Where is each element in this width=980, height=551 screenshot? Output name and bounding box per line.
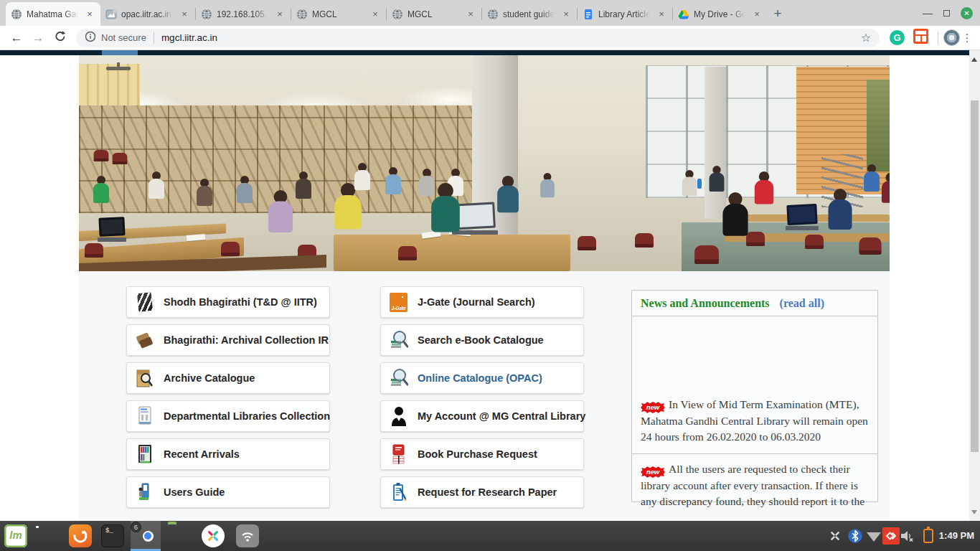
security-label: Not secure [101,32,146,43]
tab-close-icon[interactable]: × [84,9,95,20]
tab-student-guide[interactable]: student guide × [482,2,577,26]
library-kiosk-icon [135,405,154,427]
battery-icon[interactable] [920,527,937,545]
globe-icon [201,9,212,20]
extension-grid-icon[interactable] [913,29,928,47]
link-users-guide[interactable]: Users Guide [126,476,330,508]
news-marquee: newIn View of Mid Term Examination (MTE)… [632,316,877,454]
firefox-icon[interactable] [69,524,92,547]
volume-muted-icon[interactable] [898,527,915,545]
omnibox[interactable]: Not secure mgcl.iitr.ac.in ☆ [76,29,880,47]
tab-mgcl-2[interactable]: MGCL × [387,2,481,26]
tab-title: opac.iitr.ac.in:8 [121,9,174,19]
chrome-icon[interactable]: 6 [133,524,156,547]
news-panel: News and Announcements (read all) newIn … [631,290,878,502]
bluetooth-icon[interactable] [847,527,864,545]
link-jgate[interactable]: J-Gate J-Gate (Journal Search) [380,286,584,318]
read-all-link[interactable]: (read all) [780,297,824,310]
tab-close-icon[interactable]: × [751,9,763,20]
slack-icon[interactable] [202,524,225,547]
new-badge-icon: new [641,402,665,413]
link-online-catalogue-opac[interactable]: Online Catalogue (OPAC) [380,362,584,394]
globe-icon [11,9,22,20]
terminal-icon[interactable]: $_ [101,524,124,547]
tab-close-icon[interactable]: × [369,9,381,20]
new-tab-button[interactable]: + [768,4,788,24]
guide-stand-icon [135,481,154,503]
url-text[interactable]: mgcl.iitr.ac.in [161,32,217,43]
taskbar: lm $_ 6 1:49 PM [0,521,980,551]
link-book-purchase[interactable]: Book Purchase Request [380,438,584,470]
tab-my-drive[interactable]: My Drive - Goo × [673,2,768,26]
tab-title: MGCL [312,9,365,19]
tab-title: Mahatma Gand [27,9,80,19]
news-item: newIn View of Mid Term Examination (MTE)… [641,397,869,445]
library-photo [79,55,890,271]
clipboard-pencil-icon [389,481,408,503]
web-page: Shodh Bhagirathi (T&D @ IITR) Bhagirathi… [0,50,980,521]
link-recent-arrivals[interactable]: Recent Arrivals [126,438,330,470]
profile-avatar[interactable] [943,29,960,46]
red-book-icon [389,443,408,465]
tab-close-icon[interactable]: × [656,9,667,20]
site-navbar-edge [0,50,969,55]
tab-title: student guide [503,9,556,19]
archive-boxes-icon [135,329,154,351]
link-my-account[interactable]: My Account @ MG Central Library [380,400,584,432]
content-panel: Shodh Bhagirathi (T&D @ IITR) Bhagirathi… [79,271,890,521]
bookmark-star-icon[interactable]: ☆ [861,31,871,44]
tab-close-icon[interactable]: × [465,9,476,20]
tab-title: My Drive - Goo [694,9,747,19]
link-departmental-libraries[interactable]: Departmental Libraries Collection [126,400,330,432]
tab-mahatma-gandhi[interactable]: Mahatma Gand × [6,2,100,26]
file-manager-icon[interactable] [168,524,191,547]
broken-image-icon [105,9,117,20]
tab-mgcl-1[interactable]: MGCL × [291,2,386,26]
books-magnifier-icon [389,367,408,389]
site-navbar-active-item [102,50,138,55]
new-badge-icon: new [641,466,665,478]
globe-icon [487,9,499,20]
news-item: newAll the users are requested to check … [641,461,869,509]
chrome-badge: 6 [131,522,141,532]
omnibox-divider [154,32,154,44]
tab-title: 192.168.105.14 [217,9,270,19]
refresh-icon[interactable] [49,30,70,46]
link-shodh-bhagirathi[interactable]: Shodh Bhagirathi (T&D @ IITR) [126,286,330,318]
slack-tray-icon[interactable] [826,527,844,545]
clock[interactable]: 1:49 PM [939,521,974,551]
tab-close-icon[interactable]: × [274,9,286,20]
link-bhagirathi-archival[interactable]: Bhagirathi: Archival Collection IR [126,324,330,356]
tab-title: MGCL [407,9,461,19]
minimize-button[interactable]: — [923,9,933,17]
jgate-logo-icon: J-Gate [389,291,408,313]
restore-button[interactable] [943,10,950,17]
scroll-down-icon[interactable] [971,510,977,517]
tab-close-icon[interactable]: × [560,9,572,20]
scrollbar[interactable] [969,50,980,521]
tab-library-article[interactable]: Library Article D × [578,2,672,26]
back-icon[interactable]: ← [6,31,27,45]
scroll-up-icon[interactable] [971,55,977,62]
info-icon[interactable] [85,31,96,45]
tab-close-icon[interactable]: × [179,9,190,20]
google-drive-icon [678,9,689,20]
forward-icon[interactable]: → [27,31,49,45]
scrollbar-thumb[interactable] [971,100,979,452]
user-silhouette-icon [389,405,408,427]
grammarly-extension-icon[interactable]: G [890,30,905,45]
link-research-paper-request[interactable]: Request for Research Paper [380,476,584,508]
link-ebook-catalogue[interactable]: Search e-Book Catalogue [380,324,584,356]
browser-menu-icon[interactable]: ⋮ [960,32,974,44]
wifi-tool-icon[interactable] [236,524,259,547]
sync-app-icon[interactable] [882,527,900,545]
link-archive-catalogue[interactable]: Archive Catalogue [126,362,330,394]
bookshelf-icon [135,443,154,465]
address-bar: ← → Not secure mgcl.iitr.ac.in ☆ G ⋮ [0,26,980,50]
tab-opac[interactable]: opac.iitr.ac.in:8 × [100,2,195,26]
mint-menu-button[interactable]: lm [4,524,27,547]
network-icon[interactable] [865,527,882,545]
close-button[interactable]: ✕ [961,7,973,19]
news-header: News and Announcements (read all) [632,291,877,316]
tab-ip-address[interactable]: 192.168.105.14 × [196,2,291,26]
